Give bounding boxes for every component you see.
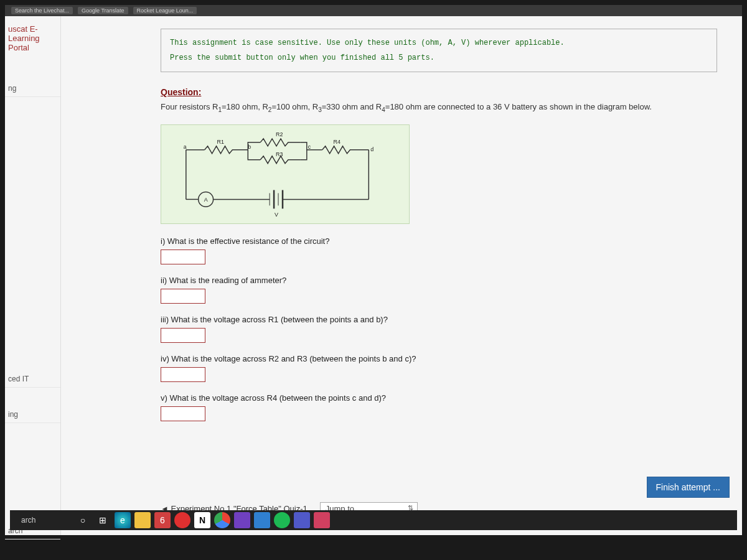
task-view-icon[interactable]: ⊞ [95, 512, 111, 528]
diagram-label-r2: R2 [276, 131, 283, 138]
opera-icon[interactable] [174, 512, 190, 528]
finish-attempt-button[interactable]: Finish attempt ... [647, 477, 730, 498]
teams-icon[interactable] [294, 512, 310, 528]
store-icon[interactable] [254, 512, 270, 528]
sidebar: uscat E-Learning Portal ng ced IT ing ar… [5, 16, 61, 535]
diagram-node-d: d [370, 146, 374, 152]
answer-input-q3[interactable] [161, 328, 205, 343]
circuit-diagram: a R1 b R2 R3 c R4 d A V [161, 124, 410, 224]
answer-input-q4[interactable] [161, 367, 205, 382]
sidebar-item[interactable]: ced IT [5, 371, 60, 388]
answer-input-q5[interactable] [161, 406, 205, 421]
question-text: Four resistors R1=180 ohm, R2=100 ohm, R… [161, 102, 717, 113]
snip-icon[interactable] [314, 512, 330, 528]
notion-icon[interactable]: N [194, 512, 210, 528]
taskbar-search[interactable]: arch [15, 513, 71, 527]
question-label: i) What is the effective resistance of t… [161, 236, 717, 246]
bookmark-item[interactable]: Search the Livechat... [11, 7, 73, 14]
diagram-label-voltage: V [275, 212, 278, 218]
question-label: iv) What is the voltage across R2 and R3… [161, 354, 717, 363]
instructions-box: This assignment is case sensitive. Use o… [161, 29, 717, 72]
edge-icon[interactable]: e [115, 512, 131, 528]
monitor-frame: Search the Livechat... Google Translate … [0, 0, 747, 560]
diagram-label-r4: R4 [334, 138, 341, 144]
diagram-label-r1: R1 [217, 138, 224, 144]
question-label: v) What is the voltage across R4 (betwee… [161, 393, 717, 403]
diagram-label-ammeter: A [204, 197, 208, 203]
app-icon[interactable]: 6 [154, 512, 171, 528]
sidebar-item[interactable]: ing [5, 406, 60, 423]
diagram-node-b: b [248, 143, 251, 149]
answer-input-q1[interactable] [161, 250, 205, 264]
question-label: ii) What is the reading of ammeter? [161, 276, 717, 285]
instruction-line: Press the submit button only when you fi… [170, 50, 708, 65]
question-header: Question: [161, 87, 717, 97]
cortana-icon[interactable]: ○ [75, 512, 91, 528]
spotify-icon[interactable] [274, 512, 290, 528]
bookmark-item[interactable]: Google Translate [78, 7, 128, 14]
subquestions: i) What is the effective resistance of t… [161, 236, 717, 421]
app-icon[interactable] [234, 512, 250, 528]
portal-title: uscat E-Learning Portal [5, 21, 60, 55]
diagram-label-r3: R3 [276, 151, 283, 157]
instruction-line: This assignment is case sensitive. Use o… [170, 35, 708, 50]
diagram-node-c: c [308, 143, 311, 149]
windows-taskbar: arch ○ ⊞ e 6 N [10, 510, 737, 530]
answer-input-q2[interactable] [161, 289, 205, 304]
sidebar-item[interactable]: ng [5, 80, 60, 97]
question-label: iii) What is the voltage across R1 (betw… [161, 315, 717, 324]
diagram-node-a: a [184, 143, 187, 149]
main-content: This assignment is case sensitive. Use o… [61, 16, 742, 535]
browser-bookmarks-bar: Search the Livechat... Google Translate … [5, 5, 742, 16]
chrome-icon[interactable] [214, 512, 230, 528]
file-explorer-icon[interactable] [134, 512, 151, 528]
bookmark-item[interactable]: Rocket League Loun... [133, 7, 197, 14]
